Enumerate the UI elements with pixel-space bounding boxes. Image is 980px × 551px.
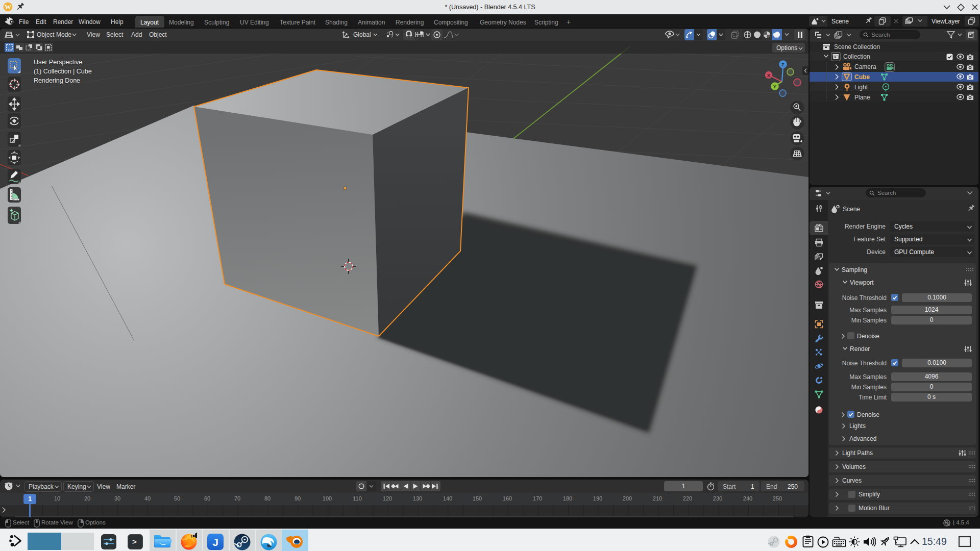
svg-text:J: J	[212, 536, 218, 548]
svg-text:Y: Y	[773, 84, 777, 89]
svg-text:X: X	[767, 72, 771, 78]
svg-text:Z: Z	[781, 62, 785, 67]
